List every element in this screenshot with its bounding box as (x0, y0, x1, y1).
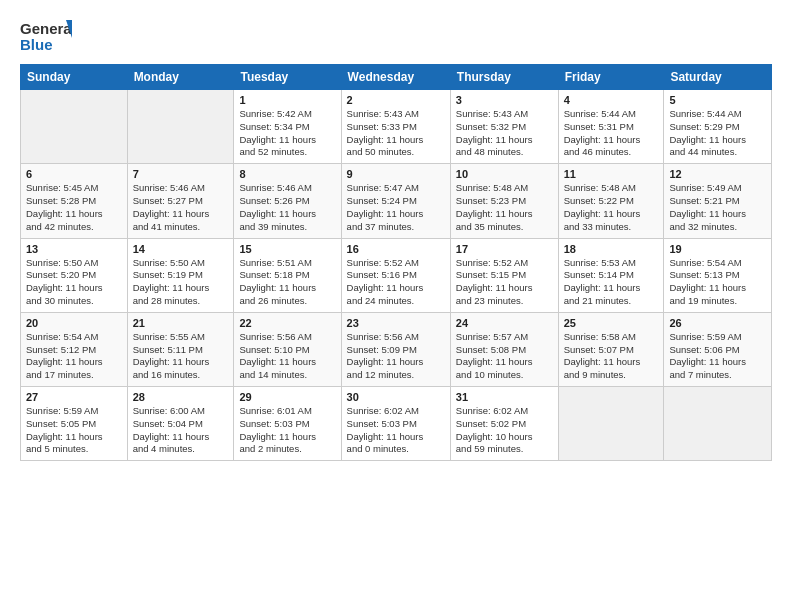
page: GeneralBlue SundayMondayTuesdayWednesday… (0, 0, 792, 612)
calendar-cell: 13Sunrise: 5:50 AM Sunset: 5:20 PM Dayli… (21, 238, 128, 312)
day-number: 24 (456, 317, 553, 329)
day-number: 16 (347, 243, 445, 255)
day-info: Sunrise: 6:02 AM Sunset: 5:03 PM Dayligh… (347, 405, 445, 456)
day-number: 29 (239, 391, 335, 403)
day-info: Sunrise: 5:53 AM Sunset: 5:14 PM Dayligh… (564, 257, 659, 308)
day-info: Sunrise: 5:48 AM Sunset: 5:22 PM Dayligh… (564, 182, 659, 233)
calendar-cell: 17Sunrise: 5:52 AM Sunset: 5:15 PM Dayli… (450, 238, 558, 312)
calendar-cell: 14Sunrise: 5:50 AM Sunset: 5:19 PM Dayli… (127, 238, 234, 312)
calendar-cell: 21Sunrise: 5:55 AM Sunset: 5:11 PM Dayli… (127, 312, 234, 386)
calendar-cell: 6Sunrise: 5:45 AM Sunset: 5:28 PM Daylig… (21, 164, 128, 238)
day-info: Sunrise: 5:58 AM Sunset: 5:07 PM Dayligh… (564, 331, 659, 382)
day-number: 11 (564, 168, 659, 180)
weekday-header-sunday: Sunday (21, 65, 128, 90)
calendar-cell: 12Sunrise: 5:49 AM Sunset: 5:21 PM Dayli… (664, 164, 772, 238)
day-number: 7 (133, 168, 229, 180)
day-info: Sunrise: 5:44 AM Sunset: 5:31 PM Dayligh… (564, 108, 659, 159)
calendar-cell: 3Sunrise: 5:43 AM Sunset: 5:32 PM Daylig… (450, 90, 558, 164)
weekday-header-thursday: Thursday (450, 65, 558, 90)
calendar-week-1: 1Sunrise: 5:42 AM Sunset: 5:34 PM Daylig… (21, 90, 772, 164)
calendar-cell: 31Sunrise: 6:02 AM Sunset: 5:02 PM Dayli… (450, 387, 558, 461)
day-info: Sunrise: 5:56 AM Sunset: 5:10 PM Dayligh… (239, 331, 335, 382)
day-number: 5 (669, 94, 766, 106)
day-number: 28 (133, 391, 229, 403)
calendar-cell: 10Sunrise: 5:48 AM Sunset: 5:23 PM Dayli… (450, 164, 558, 238)
calendar-cell (127, 90, 234, 164)
day-info: Sunrise: 5:49 AM Sunset: 5:21 PM Dayligh… (669, 182, 766, 233)
weekday-header-saturday: Saturday (664, 65, 772, 90)
day-number: 27 (26, 391, 122, 403)
calendar-week-2: 6Sunrise: 5:45 AM Sunset: 5:28 PM Daylig… (21, 164, 772, 238)
calendar-cell: 25Sunrise: 5:58 AM Sunset: 5:07 PM Dayli… (558, 312, 664, 386)
calendar-cell: 2Sunrise: 5:43 AM Sunset: 5:33 PM Daylig… (341, 90, 450, 164)
day-number: 20 (26, 317, 122, 329)
day-number: 10 (456, 168, 553, 180)
calendar-cell: 28Sunrise: 6:00 AM Sunset: 5:04 PM Dayli… (127, 387, 234, 461)
calendar-cell: 29Sunrise: 6:01 AM Sunset: 5:03 PM Dayli… (234, 387, 341, 461)
calendar-cell: 1Sunrise: 5:42 AM Sunset: 5:34 PM Daylig… (234, 90, 341, 164)
day-number: 1 (239, 94, 335, 106)
day-info: Sunrise: 5:42 AM Sunset: 5:34 PM Dayligh… (239, 108, 335, 159)
calendar-cell: 27Sunrise: 5:59 AM Sunset: 5:05 PM Dayli… (21, 387, 128, 461)
calendar-cell: 8Sunrise: 5:46 AM Sunset: 5:26 PM Daylig… (234, 164, 341, 238)
day-number: 31 (456, 391, 553, 403)
day-info: Sunrise: 6:01 AM Sunset: 5:03 PM Dayligh… (239, 405, 335, 456)
weekday-header-tuesday: Tuesday (234, 65, 341, 90)
day-number: 15 (239, 243, 335, 255)
svg-text:Blue: Blue (20, 36, 53, 53)
day-number: 30 (347, 391, 445, 403)
calendar-cell: 23Sunrise: 5:56 AM Sunset: 5:09 PM Dayli… (341, 312, 450, 386)
day-info: Sunrise: 5:54 AM Sunset: 5:13 PM Dayligh… (669, 257, 766, 308)
day-info: Sunrise: 5:43 AM Sunset: 5:32 PM Dayligh… (456, 108, 553, 159)
calendar-cell: 18Sunrise: 5:53 AM Sunset: 5:14 PM Dayli… (558, 238, 664, 312)
day-number: 23 (347, 317, 445, 329)
day-info: Sunrise: 5:46 AM Sunset: 5:27 PM Dayligh… (133, 182, 229, 233)
day-info: Sunrise: 5:44 AM Sunset: 5:29 PM Dayligh… (669, 108, 766, 159)
day-number: 6 (26, 168, 122, 180)
calendar-cell: 30Sunrise: 6:02 AM Sunset: 5:03 PM Dayli… (341, 387, 450, 461)
day-number: 22 (239, 317, 335, 329)
calendar-table: SundayMondayTuesdayWednesdayThursdayFrid… (20, 64, 772, 461)
day-number: 17 (456, 243, 553, 255)
day-info: Sunrise: 5:57 AM Sunset: 5:08 PM Dayligh… (456, 331, 553, 382)
calendar-cell: 22Sunrise: 5:56 AM Sunset: 5:10 PM Dayli… (234, 312, 341, 386)
day-info: Sunrise: 5:50 AM Sunset: 5:19 PM Dayligh… (133, 257, 229, 308)
day-number: 3 (456, 94, 553, 106)
day-number: 21 (133, 317, 229, 329)
calendar-week-5: 27Sunrise: 5:59 AM Sunset: 5:05 PM Dayli… (21, 387, 772, 461)
day-number: 13 (26, 243, 122, 255)
day-info: Sunrise: 5:56 AM Sunset: 5:09 PM Dayligh… (347, 331, 445, 382)
calendar-cell: 5Sunrise: 5:44 AM Sunset: 5:29 PM Daylig… (664, 90, 772, 164)
day-number: 25 (564, 317, 659, 329)
calendar-cell: 7Sunrise: 5:46 AM Sunset: 5:27 PM Daylig… (127, 164, 234, 238)
day-info: Sunrise: 5:45 AM Sunset: 5:28 PM Dayligh… (26, 182, 122, 233)
day-number: 9 (347, 168, 445, 180)
header: GeneralBlue (20, 18, 772, 54)
calendar-cell: 16Sunrise: 5:52 AM Sunset: 5:16 PM Dayli… (341, 238, 450, 312)
day-number: 12 (669, 168, 766, 180)
day-number: 4 (564, 94, 659, 106)
day-info: Sunrise: 6:02 AM Sunset: 5:02 PM Dayligh… (456, 405, 553, 456)
calendar-cell (21, 90, 128, 164)
day-number: 26 (669, 317, 766, 329)
day-info: Sunrise: 5:52 AM Sunset: 5:16 PM Dayligh… (347, 257, 445, 308)
calendar-cell: 26Sunrise: 5:59 AM Sunset: 5:06 PM Dayli… (664, 312, 772, 386)
day-info: Sunrise: 5:59 AM Sunset: 5:06 PM Dayligh… (669, 331, 766, 382)
svg-text:General: General (20, 20, 72, 37)
day-info: Sunrise: 5:59 AM Sunset: 5:05 PM Dayligh… (26, 405, 122, 456)
day-number: 8 (239, 168, 335, 180)
calendar-cell: 24Sunrise: 5:57 AM Sunset: 5:08 PM Dayli… (450, 312, 558, 386)
calendar-cell: 15Sunrise: 5:51 AM Sunset: 5:18 PM Dayli… (234, 238, 341, 312)
day-info: Sunrise: 5:47 AM Sunset: 5:24 PM Dayligh… (347, 182, 445, 233)
day-info: Sunrise: 5:51 AM Sunset: 5:18 PM Dayligh… (239, 257, 335, 308)
day-info: Sunrise: 5:52 AM Sunset: 5:15 PM Dayligh… (456, 257, 553, 308)
day-info: Sunrise: 5:54 AM Sunset: 5:12 PM Dayligh… (26, 331, 122, 382)
day-number: 14 (133, 243, 229, 255)
calendar-cell: 11Sunrise: 5:48 AM Sunset: 5:22 PM Dayli… (558, 164, 664, 238)
day-number: 2 (347, 94, 445, 106)
day-number: 19 (669, 243, 766, 255)
calendar-week-3: 13Sunrise: 5:50 AM Sunset: 5:20 PM Dayli… (21, 238, 772, 312)
calendar-cell: 19Sunrise: 5:54 AM Sunset: 5:13 PM Dayli… (664, 238, 772, 312)
calendar-week-4: 20Sunrise: 5:54 AM Sunset: 5:12 PM Dayli… (21, 312, 772, 386)
day-info: Sunrise: 5:46 AM Sunset: 5:26 PM Dayligh… (239, 182, 335, 233)
